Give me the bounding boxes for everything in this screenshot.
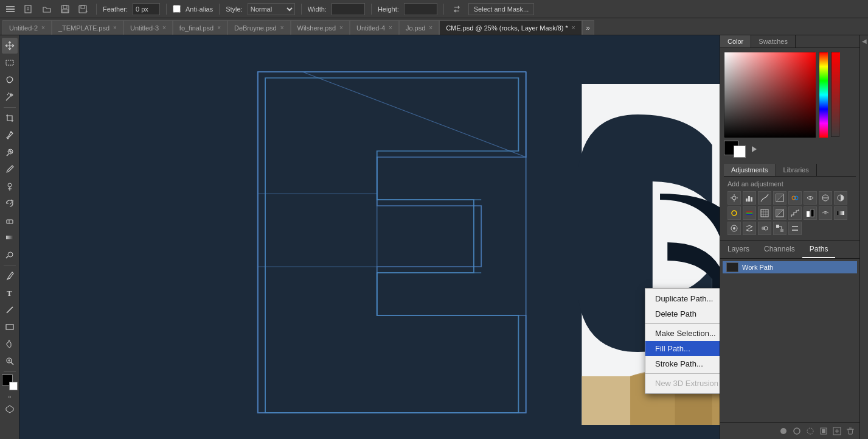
- tab-jo[interactable]: Jo.psd ×: [399, 20, 439, 35]
- ctx-stroke-path[interactable]: Stroke Path...: [645, 356, 720, 371]
- open-icon[interactable]: [40, 2, 54, 16]
- tab-close-untitled2[interactable]: ×: [41, 24, 45, 31]
- adj-match-color-icon[interactable]: [758, 222, 771, 235]
- tab-adjustments[interactable]: Adjustments: [724, 164, 776, 176]
- ctx-duplicate-path[interactable]: Duplicate Path...: [645, 291, 720, 306]
- tab-fofinal[interactable]: fo_final.psd ×: [173, 20, 227, 35]
- tool-eyedropper[interactable]: [2, 127, 18, 143]
- tab-channels[interactable]: Channels: [757, 241, 802, 258]
- color-alpha-bar[interactable]: [831, 52, 839, 137]
- tab-swatches[interactable]: Swatches: [751, 35, 796, 47]
- adj-posterize-icon[interactable]: [788, 206, 802, 220]
- tab-debruyne[interactable]: DeBruyne.psd ×: [227, 20, 291, 35]
- tool-zoom[interactable]: [2, 353, 18, 369]
- adj-gradient-map-icon[interactable]: [834, 206, 847, 220]
- height-input[interactable]: [404, 3, 437, 15]
- adj-photo-filter-icon[interactable]: [727, 206, 741, 220]
- delete-path-button[interactable]: [845, 426, 856, 437]
- ctx-make-selection[interactable]: Make Selection...: [645, 326, 720, 341]
- adj-brightness-icon[interactable]: [727, 191, 741, 205]
- adj-color-lookup-icon[interactable]: [758, 206, 771, 220]
- tab-close-untitled3[interactable]: ×: [162, 24, 166, 31]
- tool-rectangle-shape[interactable]: [2, 319, 18, 335]
- color-gradient-picker[interactable]: [724, 52, 815, 137]
- adj-black-white-icon[interactable]: [834, 191, 847, 205]
- save-as-icon[interactable]: +: [77, 2, 90, 16]
- adj-equalize-icon[interactable]: [788, 222, 802, 235]
- adj-shadows-icon[interactable]: [727, 222, 741, 235]
- tool-path-selection[interactable]: [2, 302, 18, 318]
- tab-close-wilshere[interactable]: ×: [339, 24, 343, 31]
- fill-path-button[interactable]: [778, 426, 789, 437]
- tab-template[interactable]: _TEMPLATE.psd ×: [52, 20, 123, 35]
- adj-invert-icon[interactable]: [773, 206, 786, 220]
- tab-cme[interactable]: CME.psd @ 25% (rocks, Layer Mask/8) * ×: [439, 20, 582, 35]
- tool-pen[interactable]: [2, 268, 18, 284]
- adj-hdr-icon[interactable]: [743, 222, 756, 235]
- app-menu-icon[interactable]: [4, 2, 17, 16]
- adj-hue-saturation-icon[interactable]: [804, 191, 817, 205]
- tab-close-cme[interactable]: ×: [572, 24, 575, 31]
- background-color[interactable]: [9, 382, 18, 390]
- tool-gradient[interactable]: [2, 230, 18, 245]
- antialias-checkbox[interactable]: [173, 5, 181, 13]
- save-icon[interactable]: [58, 2, 72, 16]
- tab-close-jo[interactable]: ×: [429, 24, 432, 31]
- tool-brush[interactable]: [2, 161, 18, 177]
- fg-bg-swatch[interactable]: [724, 141, 746, 158]
- tab-untitled3[interactable]: Untitled-3 ×: [123, 20, 173, 35]
- tab-paths[interactable]: Paths: [802, 241, 836, 258]
- tool-clone-stamp[interactable]: [2, 178, 18, 194]
- tool-history-brush[interactable]: [2, 195, 18, 211]
- tool-dodge[interactable]: [2, 247, 18, 262]
- adj-color-balance-icon[interactable]: [819, 191, 832, 205]
- tab-layers[interactable]: Layers: [720, 241, 757, 258]
- tool-hand[interactable]: [2, 336, 18, 352]
- adj-vibrance-icon[interactable]: [788, 191, 802, 205]
- feather-input[interactable]: [133, 3, 160, 15]
- tool-text[interactable]: T: [2, 285, 18, 301]
- tab-close-debruyne[interactable]: ×: [280, 24, 284, 31]
- color-hue-bar[interactable]: [819, 52, 827, 137]
- tab-wilshere[interactable]: Wilshere.psd ×: [291, 20, 350, 35]
- canvas-area[interactable]: Duplicate Path... Delete Path Make Selec…: [19, 35, 720, 439]
- tool-move[interactable]: [2, 38, 18, 54]
- background-swatch[interactable]: [734, 146, 746, 158]
- new-path-button[interactable]: [832, 426, 842, 437]
- tool-marquee[interactable]: [2, 55, 18, 71]
- tab-untitled2[interactable]: Untitled-2 ×: [2, 20, 52, 35]
- tool-crop[interactable]: [2, 110, 18, 126]
- adj-replace-color-icon[interactable]: [773, 222, 786, 235]
- adj-levels-icon[interactable]: [743, 191, 756, 205]
- stroke-path-button[interactable]: [791, 426, 802, 437]
- fg-bg-colors[interactable]: [2, 374, 18, 390]
- tab-untitled4[interactable]: Untitled-4 ×: [350, 20, 399, 35]
- adj-threshold-icon[interactable]: [804, 206, 817, 220]
- ctx-fill-path[interactable]: Fill Path...: [645, 341, 720, 356]
- mask-from-path-button[interactable]: [818, 426, 829, 437]
- tool-eraser[interactable]: [2, 212, 18, 228]
- adj-selective-color-icon[interactable]: [819, 206, 832, 220]
- swap-icon[interactable]: [450, 2, 464, 16]
- tool-magic-wand[interactable]: [2, 89, 18, 105]
- quick-mask-icon[interactable]: ○: [6, 393, 13, 400]
- adj-channel-mixer-icon[interactable]: [743, 206, 756, 220]
- tab-close-untitled4[interactable]: ×: [389, 24, 392, 31]
- tab-libraries[interactable]: Libraries: [776, 164, 817, 176]
- tool-lasso[interactable]: [2, 72, 18, 88]
- adj-exposure-icon[interactable]: [773, 191, 786, 205]
- adj-curves-icon[interactable]: [758, 191, 771, 205]
- tool-spot-healing[interactable]: [2, 144, 18, 160]
- panel-collapse-button[interactable]: ◀: [859, 35, 868, 439]
- tool-3d[interactable]: [2, 401, 18, 417]
- ctx-delete-path[interactable]: Delete Path: [645, 306, 720, 321]
- tab-color[interactable]: Color: [720, 35, 751, 47]
- width-input[interactable]: [332, 3, 365, 15]
- render-icon[interactable]: [749, 144, 759, 154]
- new-icon[interactable]: [22, 2, 35, 16]
- select-mask-button[interactable]: Select and Mask...: [468, 3, 535, 15]
- tab-close-template[interactable]: ×: [113, 24, 117, 31]
- load-path-button[interactable]: [805, 426, 816, 437]
- path-layer-item[interactable]: Work Path: [723, 261, 857, 273]
- style-select[interactable]: Normal Fixed Ratio Fixed Size: [248, 3, 295, 15]
